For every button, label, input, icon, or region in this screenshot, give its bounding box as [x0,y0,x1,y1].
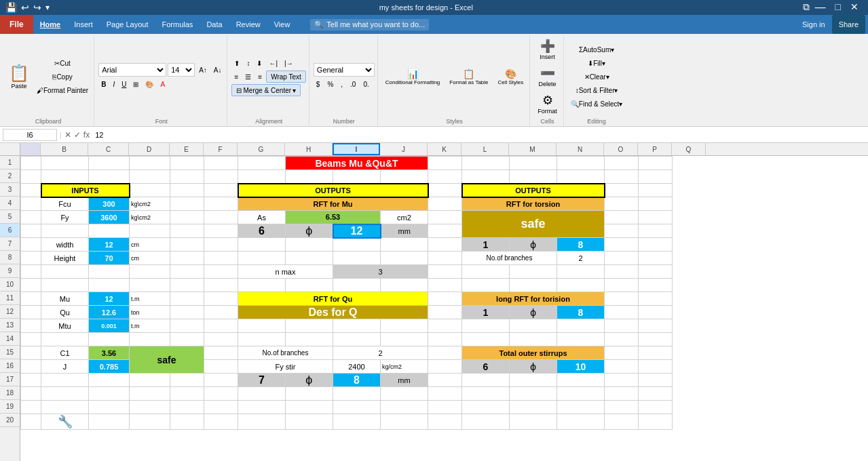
cell-o1[interactable] [605,157,639,170]
cell-h20[interactable] [286,414,333,430]
cell-n7-tor8[interactable]: 8 [557,238,605,252]
cell-f11[interactable] [204,292,238,306]
cell-outputs-label[interactable]: OUTPUTS [238,184,428,197]
share-btn[interactable]: Share [832,15,865,34]
cell-a6[interactable] [21,224,41,238]
cell-f3[interactable] [204,184,238,197]
cell-p7[interactable] [639,238,673,252]
cell-g20[interactable] [238,414,286,430]
align-left-btn[interactable]: ≡ [231,71,241,83]
cell-f14[interactable] [204,333,238,346]
cell-a20[interactable] [21,414,41,430]
cell-m16-phi[interactable]: ϕ [510,360,557,374]
cell-f5[interactable] [204,211,238,224]
cell-l19[interactable] [462,401,510,414]
accounting-btn[interactable]: $ [314,78,323,90]
cell-total-outer-stir[interactable]: Total outer stirrups [462,346,605,360]
cell-c1[interactable] [89,157,130,170]
align-center-btn[interactable]: ☰ [242,71,254,83]
cell-l17[interactable] [462,374,510,387]
cell-f18[interactable] [204,387,238,401]
cell-l20[interactable] [462,414,510,430]
cell-i19[interactable] [333,401,381,414]
cell-c15-c1val[interactable]: 3.56 [89,346,130,360]
sign-in-btn[interactable]: Sign in [795,15,832,34]
menu-file[interactable]: File [0,15,33,34]
cell-safe-label[interactable]: safe [130,346,204,374]
format-painter-button[interactable]: 🖌 Format Painter [34,84,91,96]
cell-d14[interactable] [130,333,170,346]
cell-g1[interactable] [238,157,286,170]
cell-p18[interactable] [639,387,673,401]
cell-j8[interactable] [381,252,428,265]
cell-m20[interactable] [510,414,557,430]
cell-m7-phi[interactable]: ϕ [510,238,557,252]
cell-o19[interactable] [605,401,639,414]
cell-i14[interactable] [333,333,381,346]
restore-icon[interactable]: ⧉ [803,1,810,14]
cell-h10[interactable] [286,279,333,292]
cell-o14[interactable] [605,333,639,346]
cell-m17[interactable] [510,374,557,387]
cut-button[interactable]: ✂ Cut [34,57,91,69]
cell-c4-fcu[interactable]: 300 [89,197,130,211]
cell-o3[interactable] [605,184,639,197]
cell-b9[interactable] [41,265,89,279]
cell-g2[interactable] [238,170,286,184]
cell-h18[interactable] [286,387,333,401]
cell-k18[interactable] [428,387,462,401]
cell-k12[interactable] [428,306,462,319]
cell-p10[interactable] [639,279,673,292]
cell-k17[interactable] [428,374,462,387]
cell-f16[interactable] [204,360,238,374]
cell-c12-qu[interactable]: 12.6 [89,306,130,319]
cell-g7[interactable] [238,238,286,252]
select-all-btn[interactable] [20,143,41,155]
cell-c14[interactable] [89,333,130,346]
cell-e4[interactable] [170,197,204,211]
cell-d19[interactable] [130,401,170,414]
cell-f1[interactable] [204,157,238,170]
cell-n19[interactable] [557,401,605,414]
cell-o4[interactable] [605,197,639,211]
cell-d10[interactable] [130,279,170,292]
menu-home[interactable]: Home [33,15,68,34]
cell-i8[interactable] [333,252,381,265]
sort-filter-btn[interactable]: ↕ Sort & Filter ▾ [568,84,625,96]
cell-i16-fystir[interactable]: 2400 [333,360,381,374]
save-icon[interactable]: 💾 [5,2,17,13]
cell-k16[interactable] [428,360,462,374]
cell-i2[interactable] [333,170,381,184]
align-top-btn[interactable]: ⬆ [231,57,242,69]
cell-l1[interactable] [462,157,510,170]
cell-n14[interactable] [557,333,605,346]
cell-k20[interactable] [428,414,462,430]
cell-o11[interactable] [605,292,639,306]
cell-k9[interactable] [428,265,462,279]
cell-i17-phi8[interactable]: 8 [333,374,381,387]
cell-d7-unit[interactable]: cm [130,238,170,252]
cell-g17-phi7[interactable]: 7 [238,374,286,387]
cell-e11[interactable] [170,292,204,306]
confirm-formula-icon[interactable]: ✓ [74,130,81,140]
cell-safe-torsion[interactable]: safe [462,211,605,238]
cell-nmax-label[interactable]: n max [238,265,333,279]
cell-g8[interactable] [238,252,286,265]
cell-i20[interactable] [333,414,381,430]
cell-k11[interactable] [428,292,462,306]
cell-n10[interactable] [557,279,605,292]
cell-a9[interactable] [21,265,41,279]
cell-long-rft-torsion[interactable]: long RFT for torision [462,292,605,306]
delete-btn[interactable]: ➖ Delete [534,64,561,89]
cell-p9[interactable] [639,265,673,279]
cell-j19[interactable] [381,401,428,414]
cell-o18[interactable] [605,387,639,401]
name-box[interactable] [3,129,57,141]
redo-icon[interactable]: ↪ [33,2,41,13]
cell-o5[interactable] [605,211,639,224]
cell-c19[interactable] [89,401,130,414]
cell-b17[interactable] [41,374,89,387]
cell-c10[interactable] [89,279,130,292]
cell-i18[interactable] [333,387,381,401]
cell-n9[interactable] [557,265,605,279]
